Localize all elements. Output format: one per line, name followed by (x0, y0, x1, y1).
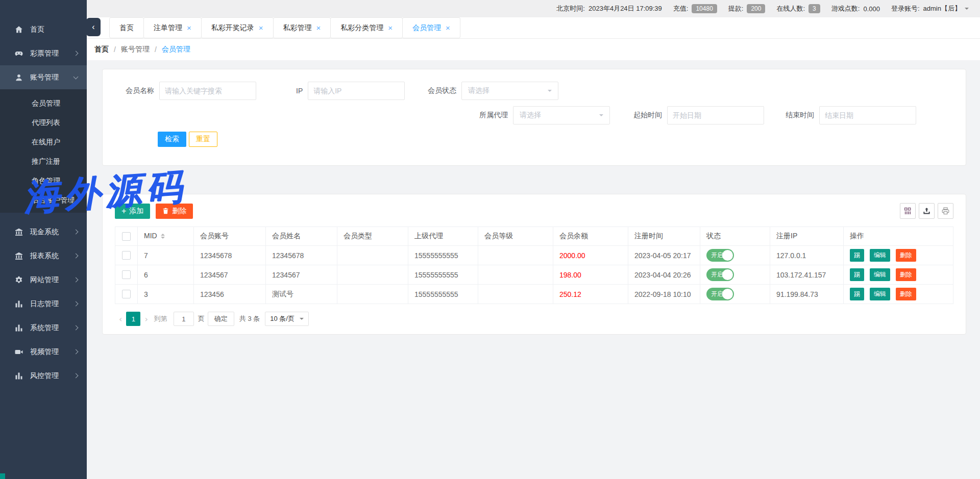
cell-mid: 6 (138, 265, 194, 285)
reset-button[interactable]: 重置 (189, 132, 217, 147)
cell-balance: 198.00 (553, 265, 628, 285)
gear-icon (14, 275, 23, 285)
account-label: 登录账号: (891, 4, 920, 13)
plus-icon: + (121, 207, 126, 215)
sidebar-item[interactable]: 现金系统 (0, 220, 87, 244)
beijing-time: 北京时间: 2023年4月24日 17:09:39 (556, 4, 662, 13)
column-header[interactable]: MID (138, 227, 194, 246)
end-date-input[interactable] (819, 106, 916, 124)
sidebar: 首页 彩票管理 账号管理 会员管理 代理列表 在线用户 推广注册 (0, 0, 87, 479)
column-header[interactable]: 操作 (844, 227, 953, 246)
cell-type (337, 285, 408, 304)
sidebar-subitem[interactable]: 角色管理 (0, 171, 87, 190)
sidebar-item[interactable]: 账号管理 (0, 65, 87, 89)
sidebar-item[interactable]: 彩票管理 (0, 41, 87, 65)
current-page[interactable]: 1 (126, 312, 140, 326)
start-date-input[interactable] (667, 106, 764, 124)
tab-label: 会员管理 (412, 23, 441, 33)
close-icon[interactable]: × (388, 24, 393, 32)
breadcrumb-account[interactable]: 账号管理 (121, 45, 150, 54)
delete-row-button[interactable]: 删除 (896, 288, 916, 300)
tab[interactable]: 注单管理 × (143, 17, 202, 38)
kick-button[interactable]: 踢 (850, 268, 864, 281)
close-icon[interactable]: × (187, 24, 191, 32)
tab[interactable]: 私彩管理 × (273, 17, 331, 38)
edit-button[interactable]: 编辑 (870, 268, 890, 281)
page-size-select[interactable]: 10 条/页 (265, 312, 309, 326)
column-header[interactable]: 注册时间 (628, 227, 700, 246)
sidebar-subitem[interactable]: 在线用户 (0, 132, 87, 152)
member-status-select[interactable]: 请选择 (461, 82, 558, 100)
sidebar-item[interactable]: 报表系统 (0, 244, 87, 268)
kick-button[interactable]: 踢 (850, 249, 864, 262)
tab[interactable]: 会员管理 × (402, 17, 460, 38)
delete-row-button[interactable]: 删除 (896, 249, 916, 262)
sidebar-item[interactable]: 网站管理 (0, 268, 87, 292)
grid-icon (904, 207, 912, 215)
video-icon (14, 347, 23, 357)
start-time-label: 起始时间 (633, 111, 662, 120)
column-header[interactable]: 会员余额 (553, 227, 628, 246)
column-header[interactable]: 注册IP (770, 227, 844, 246)
sidebar-subitem[interactable]: 会员管理 (0, 93, 87, 113)
status-toggle[interactable]: 开启 (706, 268, 734, 281)
column-header[interactable]: 会员姓名 (266, 227, 337, 246)
filter-columns-button[interactable] (900, 203, 916, 219)
stat-label: 在线人数: (776, 4, 805, 13)
column-header[interactable]: 会员类型 (337, 227, 408, 246)
breadcrumb-home[interactable]: 首页 (94, 45, 109, 54)
table-row: 6 1234567 1234567 15555555555 198.00 202… (115, 265, 953, 285)
delete-button[interactable]: 删除 (156, 204, 193, 219)
row-checkbox[interactable] (122, 270, 131, 279)
cell-account: 123456 (194, 285, 266, 304)
delete-row-button[interactable]: 删除 (896, 268, 916, 281)
member-name-input[interactable] (159, 82, 256, 100)
table-panel: + 添加 删除 (102, 194, 966, 335)
cell-status: 开启 (700, 246, 770, 265)
sidebar-footer-accent (0, 473, 5, 479)
status-toggle[interactable]: 开启 (706, 288, 734, 300)
add-button[interactable]: + 添加 (115, 204, 150, 219)
sidebar-item[interactable]: 首页 (0, 17, 87, 41)
status-toggle[interactable]: 开启 (706, 249, 734, 262)
column-header[interactable]: 会员等级 (478, 227, 553, 246)
sidebar-subitem[interactable]: 后台账户管理 (0, 190, 87, 210)
next-page-button[interactable]: › (140, 314, 152, 324)
search-button[interactable]: 检索 (158, 132, 186, 147)
sidebar-subitem[interactable]: 代理列表 (0, 113, 87, 132)
edit-button[interactable]: 编辑 (870, 249, 890, 262)
tab[interactable]: 私彩分类管理 × (330, 17, 403, 38)
column-header[interactable]: 会员账号 (194, 227, 266, 246)
column-header[interactable]: 状态 (700, 227, 770, 246)
select-all-checkbox[interactable] (122, 232, 131, 241)
sidebar-item[interactable]: 系统管理 (0, 316, 87, 340)
row-checkbox[interactable] (122, 290, 131, 298)
sidebar-item[interactable]: 日志管理 (0, 292, 87, 316)
prev-page-button[interactable]: ‹ (115, 314, 126, 324)
export-button[interactable] (919, 203, 935, 219)
pagination: ‹ 1 › 到第 页 确定 共 3 条 10 条/页 (115, 312, 953, 326)
sidebar-subitem[interactable]: 推广注册 (0, 152, 87, 171)
toggle-knob (722, 269, 733, 280)
tab-label: 私彩管理 (283, 23, 312, 33)
close-icon[interactable]: × (259, 24, 263, 32)
row-checkbox[interactable] (122, 251, 131, 260)
cell-type (337, 246, 408, 265)
tab[interactable]: 私彩开奖记录 × (201, 17, 274, 38)
kick-button[interactable]: 踢 (850, 288, 864, 300)
sidebar-item[interactable]: 视频管理 (0, 340, 87, 364)
column-header[interactable]: 上级代理 (408, 227, 478, 246)
page-number-input[interactable] (174, 312, 194, 326)
agent-select[interactable]: 请选择 (513, 106, 610, 124)
edit-button[interactable]: 编辑 (870, 288, 890, 300)
sidebar-collapse-button[interactable]: ‹ (86, 18, 101, 36)
print-button[interactable] (938, 203, 953, 219)
sidebar-item[interactable]: 风控管理 (0, 364, 87, 388)
close-icon[interactable]: × (446, 24, 450, 32)
close-icon[interactable]: × (316, 24, 321, 32)
account-menu[interactable]: 登录账号: admin【后】 (891, 4, 969, 13)
ip-input[interactable] (308, 82, 405, 100)
sort-icon[interactable] (161, 232, 165, 241)
tab[interactable]: 首页 (109, 17, 144, 38)
confirm-page-button[interactable]: 确定 (208, 312, 234, 326)
